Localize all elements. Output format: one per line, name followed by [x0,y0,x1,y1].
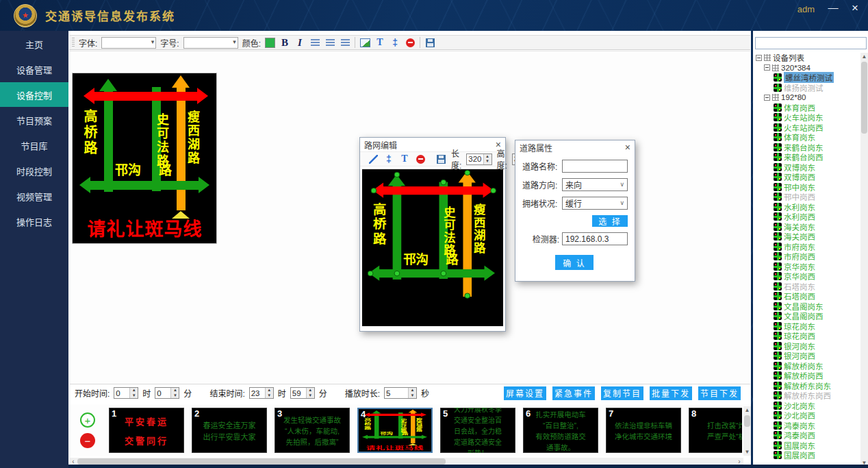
close-button[interactable]: × [847,1,863,15]
sidebar-item-4[interactable]: 节目预案 [0,108,68,132]
tree-device-文昌阁岗西[interactable]: 文昌阁岗西 [754,311,860,321]
save-button[interactable] [424,36,435,49]
tree-device-体育岗西[interactable]: 体育岗西 [754,103,860,113]
tree-device-石塔岗西[interactable]: 石塔岗西 [754,291,860,301]
add-text-button[interactable]: T [399,153,410,165]
sidebar-item-7[interactable]: 视频管理 [0,184,68,208]
end-minute-spinner[interactable]: 59▲▼ [290,387,315,399]
sidebar-item-1[interactable]: 主页 [0,32,68,56]
collapse-icon[interactable] [756,55,762,61]
color-swatch[interactable] [265,38,275,48]
tree-device-火车站岗西[interactable]: 火车站岗西 [754,123,860,133]
tree-device-来鹤台岗东[interactable]: 来鹤台岗东 [754,143,860,153]
collapse-icon[interactable] [764,64,770,71]
sidebar-item-6[interactable]: 时段控制 [0,158,68,183]
remove-program-button[interactable]: − [80,433,95,448]
action-button-4[interactable]: 批量下发 [650,386,692,400]
duration-spinner[interactable]: 5▲▼ [384,387,417,399]
action-button-1[interactable]: 屏幕设置 [504,386,546,400]
align-right-button[interactable] [340,36,350,49]
playlist-vertical-scrollbar[interactable]: ▲▼ [743,406,751,456]
program-thumbnail-1[interactable]: 1平安春运交警同行 [109,408,184,453]
tree-root[interactable]: 设备列表 [754,53,860,63]
dialog-close-icon[interactable]: × [625,143,630,152]
tree-device-国展岗东[interactable]: 国展岗东 [754,441,860,451]
tree-device-沙北岗东[interactable]: 沙北岗东 [754,401,860,411]
tree-device-解放桥东岗东[interactable]: 解放桥东岗东 [754,381,860,391]
device-tree-scrollbar[interactable]: ▲▼ [860,53,868,467]
tree-device-维扬岗测试[interactable]: 维扬岗测试 [754,83,860,93]
tree-device-京华岗东[interactable]: 京华岗东 [754,262,860,272]
tree-device-琼花岗东[interactable]: 琼花岗东 [754,321,860,332]
font-select[interactable] [101,37,156,49]
sidebar-item-8[interactable]: 操作日志 [0,209,68,234]
confirm-button[interactable]: 确 认 [555,255,593,270]
sidebar-item-2[interactable]: 设备管理 [0,57,68,82]
tree-device-来鹤台岗西[interactable]: 来鹤台岗西 [754,152,860,162]
draw-line-button[interactable] [368,153,379,165]
tree-device-解放桥岗东[interactable]: 解放桥岗东 [754,361,860,371]
tree-device-石塔岗东[interactable]: 石塔岗东 [754,282,860,292]
tree-device-沙北岗西[interactable]: 沙北岗西 [754,410,860,421]
tree-device-银河岗西[interactable]: 银河岗西 [754,351,860,361]
road-network-button[interactable]: ‡ [390,36,400,49]
tree-device-解放桥岗西[interactable]: 解放桥岗西 [754,371,860,381]
program-thumbnail-3[interactable]: 3发生轻微交通事故“人未伤，车能动,先拍照，后撤离” [275,408,350,453]
tree-device-体育岗东[interactable]: 体育岗东 [754,132,860,143]
tree-device-螺丝湾桥测试[interactable]: 螺丝湾桥测试 [754,73,860,83]
tree-device-银河岗东[interactable]: 银河岗东 [754,341,860,352]
dialog-titlebar[interactable]: 道路属性 × [515,140,635,154]
tree-device-鸿泰岗西[interactable]: 鸿泰岗西 [754,430,860,441]
tree-device-邗中岗东[interactable]: 邗中岗东 [754,182,860,193]
tree-device-琼花岗西[interactable]: 琼花岗西 [754,331,860,341]
align-center-button[interactable] [324,36,335,49]
size-select[interactable] [183,37,238,49]
device-search-input[interactable] [755,37,867,49]
bold-button[interactable]: B [279,36,290,49]
end-hour-spinner[interactable]: 23▲▼ [249,387,274,399]
tree-device-水利岗东[interactable]: 水利岗东 [754,202,860,212]
tree-device-鸿泰岗东[interactable]: 鸿泰岗东 [754,421,860,431]
delete-button[interactable] [405,36,416,49]
program-thumbnail-7[interactable]: 7依法治理非标车辆净化城市交通环境 [606,408,681,453]
length-spinner[interactable]: 320▲▼ [466,153,492,165]
tree-device-水利岗西[interactable]: 水利岗西 [754,212,860,222]
tree-group-192*80[interactable]: 192*80 [754,93,860,103]
program-thumbnail-8[interactable]: 8打击改装“炸严查严处“机 [689,408,742,453]
tree-device-京华岗西[interactable]: 京华岗西 [754,271,860,282]
road-name-input[interactable] [562,160,628,173]
tree-group-320*384[interactable]: 320*384 [754,63,860,73]
insert-text-button[interactable]: T [374,36,385,49]
program-thumbnail-4[interactable]: 4高桥路史可法路瘦西湖路邗沟路请礼让斑马线 [357,408,433,453]
tree-device-双博岗西[interactable]: 双博岗西 [754,172,860,182]
led-sign-preview[interactable]: 高桥路史可法路瘦西湖路邗沟路请礼让斑马线 [72,73,217,244]
action-button-5[interactable]: 节目下发 [698,386,741,400]
add-road-button[interactable]: ‡ [383,153,394,165]
tree-device-火车站岗东[interactable]: 火车站岗东 [754,112,860,123]
collapse-icon[interactable] [764,95,770,101]
program-thumbnail-6[interactable]: 6扎实开展电动车“百日整治”,有效预防道路交通事故。 [523,408,598,453]
start-hour-spinner[interactable]: 0▲▼ [114,387,138,399]
tree-device-市府岗西[interactable]: 市府岗西 [754,251,860,262]
action-button-3[interactable]: 复制节目 [601,386,643,400]
sidebar-item-3[interactable]: 设备控制 [0,82,68,107]
congestion-select[interactable]: 缓行 [562,197,628,210]
sidebar-item-5[interactable]: 节目库 [0,133,68,158]
action-button-2[interactable]: 紧急事件 [552,386,595,400]
road-direction-select[interactable]: 来向 [562,178,628,191]
tree-device-邗中岗西[interactable]: 邗中岗西 [754,192,860,202]
insert-image-button[interactable] [359,36,370,49]
tree-device-市府岗东[interactable]: 市府岗东 [754,242,860,252]
tree-device-解放桥东岗西[interactable]: 解放桥东岗西 [754,391,860,401]
program-thumbnail-2[interactable]: 2春运安全连万家出行平安靠大家 [192,408,267,453]
tree-device-双博岗东[interactable]: 双博岗东 [754,162,860,173]
delete-button[interactable] [415,153,426,165]
italic-button[interactable]: I [294,36,305,49]
save-button[interactable] [435,153,446,165]
detector-input[interactable]: 192.168.0.3 [562,232,628,245]
dialog-titlebar[interactable]: 路网编辑 × [360,138,505,151]
select-detector-button[interactable]: 选 择 [592,215,628,227]
start-minute-spinner[interactable]: 0▲▼ [155,387,179,399]
tree-device-国展岗西[interactable]: 国展岗西 [754,450,860,460]
tree-device-文昌阁岗东[interactable]: 文昌阁岗东 [754,301,860,312]
